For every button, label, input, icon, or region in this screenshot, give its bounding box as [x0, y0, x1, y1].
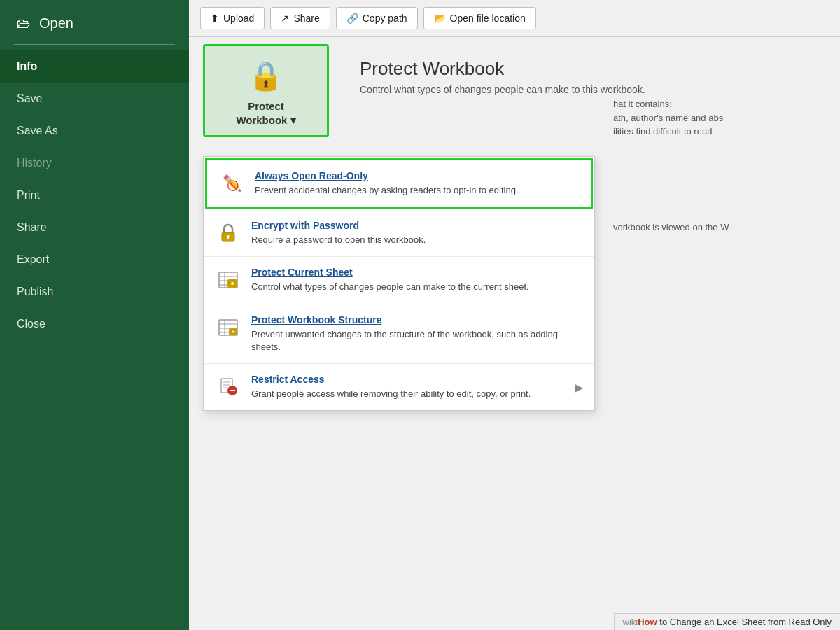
- read-only-icon: ✏️🚫: [218, 170, 245, 197]
- menu-item-restrict-access-title: Restrict Access: [251, 374, 531, 385]
- menu-item-encrypt-with-password[interactable]: Encrypt with Password Require a password…: [204, 210, 594, 257]
- protect-workbook-wrapper: 🔒 ProtectWorkbook ▾: [203, 44, 329, 137]
- open-file-location-label: Open file location: [450, 13, 526, 24]
- wikihow-rest: to Change an Excel Sheet from Read Only: [657, 617, 832, 627]
- sidebar-item-save-label: Save: [17, 92, 42, 104]
- submenu-arrow-icon: ▶: [575, 381, 583, 394]
- sidebar-item-save-as-label: Save As: [17, 125, 58, 136]
- copy-path-button[interactable]: 🔗 Copy path: [336, 7, 418, 29]
- dropdown-arrow: ▾: [290, 114, 296, 126]
- wikihow-watermark: wikiHow to Change an Excel Sheet from Re…: [614, 613, 840, 630]
- sidebar-item-info[interactable]: Info: [0, 50, 189, 83]
- upload-label: Upload: [223, 13, 254, 24]
- right-content-line1: hat it contains:: [613, 97, 829, 111]
- svg-point-9: [231, 282, 234, 285]
- sidebar-item-info-label: Info: [17, 60, 37, 72]
- protect-workbook-label: ProtectWorkbook ▾: [236, 99, 295, 127]
- password-icon: [215, 220, 241, 246]
- sidebar-item-export-label: Export: [17, 253, 49, 265]
- upload-button[interactable]: ⬆ Upload: [200, 7, 265, 29]
- menu-item-restrict-access-desc: Grant people access while removing their…: [251, 388, 531, 400]
- menu-item-restrict-access[interactable]: Restrict Access Grant people access whil…: [204, 364, 594, 410]
- right-content-panel: hat it contains: ath, author's name and …: [602, 44, 840, 245]
- right-content-line4: vorkbook is viewed on the W: [613, 220, 829, 234]
- sidebar-item-history-label: History: [17, 157, 52, 169]
- menu-item-always-open-read-only-desc: Prevent accidental changes by asking rea…: [255, 184, 519, 197]
- wikihow-how: How: [638, 617, 657, 627]
- sidebar-item-print-label: Print: [17, 189, 40, 201]
- menu-item-always-open-read-only[interactable]: ✏️🚫 Always Open Read-Only Prevent accide…: [205, 158, 593, 209]
- svg-point-16: [232, 330, 234, 332]
- sidebar-item-share[interactable]: Share: [0, 211, 189, 244]
- sidebar-item-close-label: Close: [17, 318, 46, 330]
- sidebar-open-section: 🗁 Open: [0, 0, 189, 44]
- sidebar-item-save-as[interactable]: Save As: [0, 115, 189, 147]
- sidebar-item-export[interactable]: Export: [0, 244, 189, 276]
- sidebar-item-publish[interactable]: Publish: [0, 276, 189, 308]
- sidebar-item-close[interactable]: Close: [0, 308, 189, 340]
- menu-item-protect-sheet-text: Protect Current Sheet Control what types…: [251, 267, 529, 293]
- menu-item-protect-sheet-title: Protect Current Sheet: [251, 267, 529, 278]
- right-content-line2: ath, author's name and abs: [613, 111, 829, 125]
- folder-icon: 🗁: [17, 15, 31, 31]
- wikihow-wiki: wiki: [623, 617, 638, 627]
- sidebar-item-save[interactable]: Save: [0, 83, 189, 115]
- info-content: 🔒 ProtectWorkbook ▾ Protect Workbook Con…: [189, 37, 840, 630]
- protect-sheet-icon: [215, 267, 241, 293]
- menu-item-protect-current-sheet[interactable]: Protect Current Sheet Control what types…: [204, 257, 594, 304]
- svg-rect-2: [227, 237, 229, 239]
- menu-item-restrict-access-text: Restrict Access Grant people access whil…: [251, 374, 531, 400]
- open-file-location-button[interactable]: 📂 Open file location: [424, 7, 536, 29]
- sidebar: 🗁 Open Info Save Save As History Print S…: [0, 0, 189, 630]
- sidebar-item-history: History: [0, 147, 189, 179]
- protect-structure-icon: [215, 314, 241, 341]
- menu-item-protect-sheet-desc: Control what types of changes people can…: [251, 281, 529, 293]
- upload-icon: ⬆: [211, 13, 219, 24]
- menu-item-encrypt-text: Encrypt with Password Require a password…: [251, 220, 426, 246]
- right-content-line3: ilities find difficult to read: [613, 125, 829, 139]
- copy-path-icon: 🔗: [346, 13, 358, 24]
- protect-workbook-dropdown: ✏️🚫 Always Open Read-Only Prevent accide…: [203, 156, 595, 411]
- copy-path-label: Copy path: [363, 13, 407, 24]
- sidebar-item-print[interactable]: Print: [0, 179, 189, 211]
- menu-item-encrypt-desc: Require a password to open this workbook…: [251, 234, 426, 246]
- main-content: ⬆ Upload ↗ Share 🔗 Copy path 📂 Open file…: [189, 0, 840, 630]
- menu-item-protect-workbook-structure[interactable]: Protect Workbook Structure Prevent unwan…: [204, 304, 594, 364]
- menu-item-protect-structure-title: Protect Workbook Structure: [251, 314, 583, 326]
- share-icon: ↗: [281, 13, 289, 24]
- open-file-location-icon: 📂: [434, 13, 446, 24]
- menu-item-encrypt-title: Encrypt with Password: [251, 220, 426, 231]
- sidebar-item-share-label: Share: [17, 221, 47, 233]
- restrict-access-icon: [215, 374, 241, 400]
- share-button[interactable]: ↗ Share: [270, 7, 330, 29]
- sidebar-open-label: Open: [39, 15, 74, 31]
- toolbar: ⬆ Upload ↗ Share 🔗 Copy path 📂 Open file…: [189, 0, 840, 37]
- protect-workbook-button[interactable]: 🔒 ProtectWorkbook ▾: [205, 46, 327, 135]
- menu-item-protect-structure-desc: Prevent unwanted changes to the structur…: [251, 328, 583, 354]
- sidebar-divider: [14, 44, 175, 45]
- menu-item-always-open-read-only-title: Always Open Read-Only: [255, 170, 519, 181]
- lock-key-icon: 🔒: [248, 57, 284, 94]
- share-label: Share: [293, 13, 319, 24]
- menu-item-always-open-read-only-text: Always Open Read-Only Prevent accidental…: [255, 170, 519, 197]
- menu-item-protect-structure-text: Protect Workbook Structure Prevent unwan…: [251, 314, 583, 354]
- sidebar-item-publish-label: Publish: [17, 286, 53, 298]
